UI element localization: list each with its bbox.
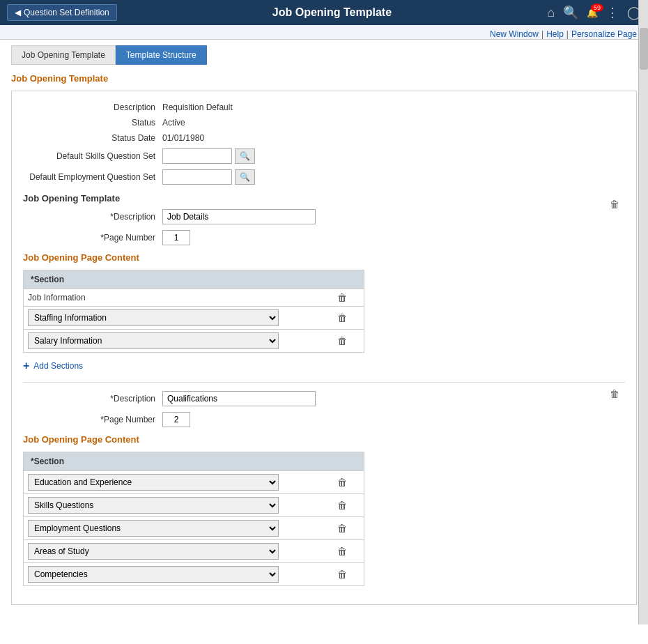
template-2-pagenum-row: *Page Number xyxy=(23,412,625,427)
template-1-description-row: *Description xyxy=(23,209,625,224)
default-skills-input-group: 🔍 xyxy=(162,148,255,164)
static-section-text: Job Information xyxy=(28,293,325,302)
notification-badge[interactable]: 🔔 59 xyxy=(587,8,598,18)
row-3-delete-icon[interactable]: 🗑 xyxy=(337,335,347,346)
table-row: Areas of Study Education and Experience … xyxy=(24,539,364,562)
status-value: Active xyxy=(162,118,185,128)
default-employment-search-button[interactable]: 🔍 xyxy=(235,169,255,185)
status-date-value: 01/01/1980 xyxy=(162,133,204,143)
section-column-header-2: *Section xyxy=(24,452,329,470)
template-2-pagenum-label: *Page Number xyxy=(23,415,162,424)
page-title: Job Opening Template xyxy=(117,6,547,19)
default-skills-search-button[interactable]: 🔍 xyxy=(235,148,255,164)
t2-row-1-delete-icon[interactable]: 🗑 xyxy=(337,477,347,488)
default-skills-row: Default Skills Question Set 🔍 xyxy=(23,148,625,164)
status-row: Status Active xyxy=(23,118,625,128)
status-date-row: Status Date 01/01/1980 xyxy=(23,133,625,143)
template-1-pagenum-label: *Page Number xyxy=(23,233,162,243)
back-button[interactable]: ◀ Question Set Definition xyxy=(7,4,117,21)
default-employment-label: Default Employment Question Set xyxy=(23,172,162,182)
search-icon[interactable]: 🔍 xyxy=(563,5,578,20)
default-employment-input[interactable] xyxy=(162,169,232,185)
new-window-link[interactable]: New Window xyxy=(490,29,539,39)
row-3-section-select[interactable]: Salary Information Job Information Staff… xyxy=(28,332,279,349)
default-employment-row: Default Employment Question Set 🔍 xyxy=(23,169,625,185)
section-title: Job Opening Template xyxy=(11,73,637,84)
row-2-select-col: Staffing Information Job Information Sal… xyxy=(28,309,325,326)
add-sections-label: Add Sections xyxy=(33,361,83,371)
template-2-pagenum-input[interactable] xyxy=(162,412,190,427)
row-3-action: 🗑 xyxy=(325,335,360,346)
template-1-description-label: *Description xyxy=(23,212,162,222)
tab-bar: Job Opening Template Template Structure xyxy=(0,40,648,65)
template-2-description-row: *Description xyxy=(23,391,625,406)
status-label: Status xyxy=(23,118,162,128)
t2-row-2-select[interactable]: Skills Questions Education and Experienc… xyxy=(28,497,279,514)
top-form-card: Description Requisition Default Status A… xyxy=(11,91,637,605)
template-2-table-header: *Section xyxy=(24,452,364,470)
template-1-table-header: *Section xyxy=(24,270,364,289)
t2-row-4-select[interactable]: Areas of Study Education and Experience … xyxy=(28,543,279,560)
description-row: Description Requisition Default xyxy=(23,102,625,112)
template-1-content-table: *Section Job Information 🗑 xyxy=(23,270,364,353)
t2-row-1-select[interactable]: Education and Experience Skills Question… xyxy=(28,474,279,491)
row-3-select-col: Salary Information Job Information Staff… xyxy=(28,332,325,349)
row-2-section-select[interactable]: Staffing Information Job Information Sal… xyxy=(28,309,279,326)
description-value: Requisition Default xyxy=(162,102,233,112)
t2-row-2-delete-icon[interactable]: 🗑 xyxy=(337,500,347,511)
template-2-description-input[interactable] xyxy=(162,391,316,406)
notification-count: 59 xyxy=(591,3,603,12)
sub-nav: New Window | Help | Personalize Page xyxy=(0,25,648,40)
template-1-pagenum-row: *Page Number xyxy=(23,230,625,245)
table-row: Skills Questions Education and Experienc… xyxy=(24,493,364,516)
help-link[interactable]: Help xyxy=(546,29,564,39)
table-row: Staffing Information Job Information Sal… xyxy=(24,306,364,329)
nav-icons: ⌂ 🔍 🔔 59 ⋮ ◯ xyxy=(547,5,641,20)
top-nav: ◀ Question Set Definition Job Opening Te… xyxy=(0,0,648,25)
table-row: Competencies Areas of Study Skills Quest… xyxy=(24,562,364,585)
tab-template-structure[interactable]: Template Structure xyxy=(116,45,207,65)
table-row: Education and Experience Skills Question… xyxy=(24,470,364,493)
personalize-page-link[interactable]: Personalize Page xyxy=(571,29,637,39)
table-row: Job Information 🗑 xyxy=(24,289,364,306)
scrollbar[interactable] xyxy=(638,0,648,624)
template-1-description-input[interactable] xyxy=(162,209,316,224)
template-1-pagenum-input[interactable] xyxy=(162,230,190,245)
t2-row-3-select[interactable]: Employment Questions Education and Exper… xyxy=(28,520,279,537)
description-label: Description xyxy=(23,102,162,112)
t2-row-5-select[interactable]: Competencies Areas of Study Skills Quest… xyxy=(28,566,279,583)
table-row: Salary Information Job Information Staff… xyxy=(24,329,364,352)
back-label: Question Set Definition xyxy=(24,8,109,17)
row-1-action: 🗑 xyxy=(325,292,360,303)
template-2-delete-icon[interactable]: 🗑 xyxy=(610,388,619,399)
main-content: Job Opening Template Description Requisi… xyxy=(0,65,648,624)
add-sections-row[interactable]: + Add Sections xyxy=(23,360,625,372)
row-2-delete-icon[interactable]: 🗑 xyxy=(337,312,347,323)
add-sections-plus-icon: + xyxy=(23,360,29,372)
section-column-header: *Section xyxy=(24,270,329,289)
template-1-content-title: Job Opening Page Content xyxy=(23,252,625,263)
t2-row-5-delete-icon[interactable]: 🗑 xyxy=(337,569,347,580)
default-skills-label: Default Skills Question Set xyxy=(23,151,162,161)
template-2-content-title: Job Opening Page Content xyxy=(23,434,625,445)
template-2-content-table: *Section Education and Experience Skills… xyxy=(23,452,364,586)
row-2-action: 🗑 xyxy=(325,312,360,323)
t2-row-3-delete-icon[interactable]: 🗑 xyxy=(337,523,347,534)
default-employment-input-group: 🔍 xyxy=(162,169,255,185)
template-2-description-label: *Description xyxy=(23,394,162,404)
menu-icon[interactable]: ⋮ xyxy=(606,5,619,20)
template-1-subtitle: Job Opening Template xyxy=(23,193,625,204)
table-row: Employment Questions Education and Exper… xyxy=(24,516,364,539)
template-2-block: 🗑 *Description *Page Number Job Opening … xyxy=(23,382,625,586)
template-1-block: 🗑 Job Opening Template *Description *Pag… xyxy=(23,193,625,372)
home-icon[interactable]: ⌂ xyxy=(547,6,555,20)
default-skills-input[interactable] xyxy=(162,148,232,164)
t2-row-4-delete-icon[interactable]: 🗑 xyxy=(337,546,347,557)
row-1-delete-icon[interactable]: 🗑 xyxy=(337,292,347,303)
status-date-label: Status Date xyxy=(23,133,162,143)
template-1-delete-icon[interactable]: 🗑 xyxy=(610,199,619,210)
tab-job-opening-template[interactable]: Job Opening Template xyxy=(11,45,116,65)
